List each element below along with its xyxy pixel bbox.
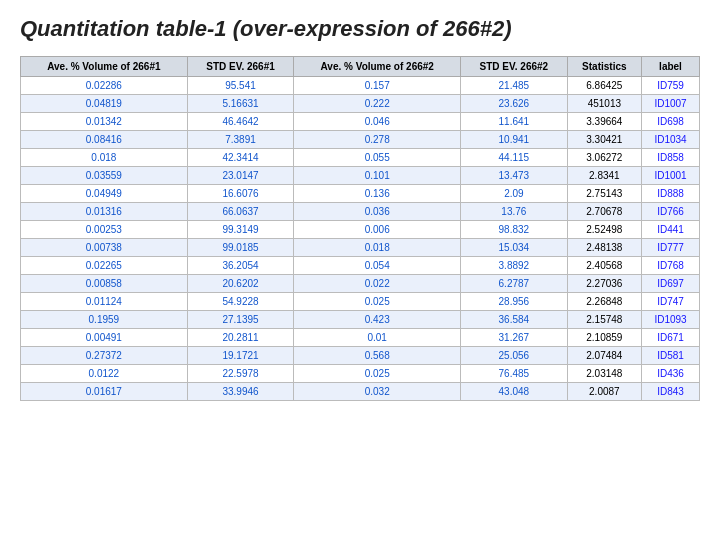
table-cell: 2.52498 — [567, 221, 641, 239]
table-cell: 5.16631 — [187, 95, 294, 113]
table-row: 0.0025399.31490.00698.8322.52498ID441 — [21, 221, 700, 239]
table-cell: 0.01342 — [21, 113, 188, 131]
table-cell: ID843 — [642, 383, 700, 401]
table-cell: ID441 — [642, 221, 700, 239]
table-cell: 0.00858 — [21, 275, 188, 293]
table-cell: 46.4642 — [187, 113, 294, 131]
table-cell: 0.568 — [294, 347, 461, 365]
table-cell: 23.0147 — [187, 167, 294, 185]
table-row: 0.012222.59780.02576.4852.03148ID436 — [21, 365, 700, 383]
table-cell: 0.03559 — [21, 167, 188, 185]
table-cell: 95.541 — [187, 77, 294, 95]
table-cell: 0.00491 — [21, 329, 188, 347]
table-cell: 0.022 — [294, 275, 461, 293]
table-cell: 44.115 — [461, 149, 568, 167]
table-cell: 0.01 — [294, 329, 461, 347]
table-cell: 0.046 — [294, 113, 461, 131]
table-cell: 2.0087 — [567, 383, 641, 401]
table-cell: 25.056 — [461, 347, 568, 365]
table-cell: 19.1721 — [187, 347, 294, 365]
col-header-4: STD EV. 266#2 — [461, 57, 568, 77]
table-cell: ID766 — [642, 203, 700, 221]
table-cell: 2.75143 — [567, 185, 641, 203]
table-cell: 98.832 — [461, 221, 568, 239]
table-cell: 16.6076 — [187, 185, 294, 203]
table-cell: ID1007 — [642, 95, 700, 113]
table-cell: 7.3891 — [187, 131, 294, 149]
table-cell: 0.04819 — [21, 95, 188, 113]
table-row: 0.048195.166310.22223.626451013ID1007 — [21, 95, 700, 113]
table-cell: 54.9228 — [187, 293, 294, 311]
table-cell: ID759 — [642, 77, 700, 95]
table-cell: 0.01617 — [21, 383, 188, 401]
table-cell: 0.018 — [21, 149, 188, 167]
col-header-1: Ave. % Volume of 266#1 — [21, 57, 188, 77]
table-cell: 28.956 — [461, 293, 568, 311]
table-cell: 0.055 — [294, 149, 461, 167]
table-cell: 2.07484 — [567, 347, 641, 365]
table-cell: 43.048 — [461, 383, 568, 401]
table-cell: ID1034 — [642, 131, 700, 149]
table-cell: 0.025 — [294, 293, 461, 311]
table-cell: 3.39664 — [567, 113, 641, 131]
table-row: 0.0228695.5410.15721.4856.86425ID759 — [21, 77, 700, 95]
table-cell: 11.641 — [461, 113, 568, 131]
table-cell: 0.02265 — [21, 257, 188, 275]
table-cell: 0.423 — [294, 311, 461, 329]
table-cell: 0.02286 — [21, 77, 188, 95]
table-cell: 0.0122 — [21, 365, 188, 383]
table-cell: 451013 — [567, 95, 641, 113]
table-cell: 13.76 — [461, 203, 568, 221]
table-cell: 0.032 — [294, 383, 461, 401]
table-cell: ID581 — [642, 347, 700, 365]
table-cell: 6.2787 — [461, 275, 568, 293]
table-cell: 0.01316 — [21, 203, 188, 221]
table-cell: 0.136 — [294, 185, 461, 203]
table-cell: 21.485 — [461, 77, 568, 95]
table-cell: 0.27372 — [21, 347, 188, 365]
table-cell: 0.1959 — [21, 311, 188, 329]
table-cell: ID858 — [642, 149, 700, 167]
page-title: Quantitation table-1 (over-expression of… — [20, 16, 700, 42]
col-header-2: STD EV. 266#1 — [187, 57, 294, 77]
table-cell: 2.09 — [461, 185, 568, 203]
table-row: 0.0226536.20540.0543.88922.40568ID768 — [21, 257, 700, 275]
table-row: 0.0112454.92280.02528.9562.26848ID747 — [21, 293, 700, 311]
table-cell: 0.04949 — [21, 185, 188, 203]
table-cell: 0.018 — [294, 239, 461, 257]
quantitation-table: Ave. % Volume of 266#1 STD EV. 266#1 Ave… — [20, 56, 700, 401]
table-cell: ID436 — [642, 365, 700, 383]
table-cell: 2.10859 — [567, 329, 641, 347]
col-header-3: Ave. % Volume of 266#2 — [294, 57, 461, 77]
table-cell: 0.036 — [294, 203, 461, 221]
table-cell: 13.473 — [461, 167, 568, 185]
table-cell: 20.6202 — [187, 275, 294, 293]
table-cell: 2.26848 — [567, 293, 641, 311]
table-cell: 10.941 — [461, 131, 568, 149]
table-cell: 2.70678 — [567, 203, 641, 221]
table-cell: 2.03148 — [567, 365, 641, 383]
table-cell: 0.101 — [294, 167, 461, 185]
table-cell: 2.40568 — [567, 257, 641, 275]
table-cell: ID698 — [642, 113, 700, 131]
table-cell: 15.034 — [461, 239, 568, 257]
table-cell: 36.2054 — [187, 257, 294, 275]
table-row: 0.0134246.46420.04611.6413.39664ID698 — [21, 113, 700, 131]
table-cell: 2.48138 — [567, 239, 641, 257]
table-row: 0.01842.34140.05544.1153.06272ID858 — [21, 149, 700, 167]
table-cell: 0.006 — [294, 221, 461, 239]
table-cell: 33.9946 — [187, 383, 294, 401]
table-cell: 0.08416 — [21, 131, 188, 149]
table-cell: 0.025 — [294, 365, 461, 383]
table-cell: ID671 — [642, 329, 700, 347]
table-cell: 66.0637 — [187, 203, 294, 221]
table-cell: 0.278 — [294, 131, 461, 149]
table-row: 0.195927.13950.42336.5842.15748ID1093 — [21, 311, 700, 329]
table-cell: 99.0185 — [187, 239, 294, 257]
col-header-6: label — [642, 57, 700, 77]
table-cell: 27.1395 — [187, 311, 294, 329]
table-row: 0.084167.38910.27810.9413.30421ID1034 — [21, 131, 700, 149]
table-row: 0.0161733.99460.03243.0482.0087ID843 — [21, 383, 700, 401]
table-cell: 0.054 — [294, 257, 461, 275]
table-cell: 0.01124 — [21, 293, 188, 311]
